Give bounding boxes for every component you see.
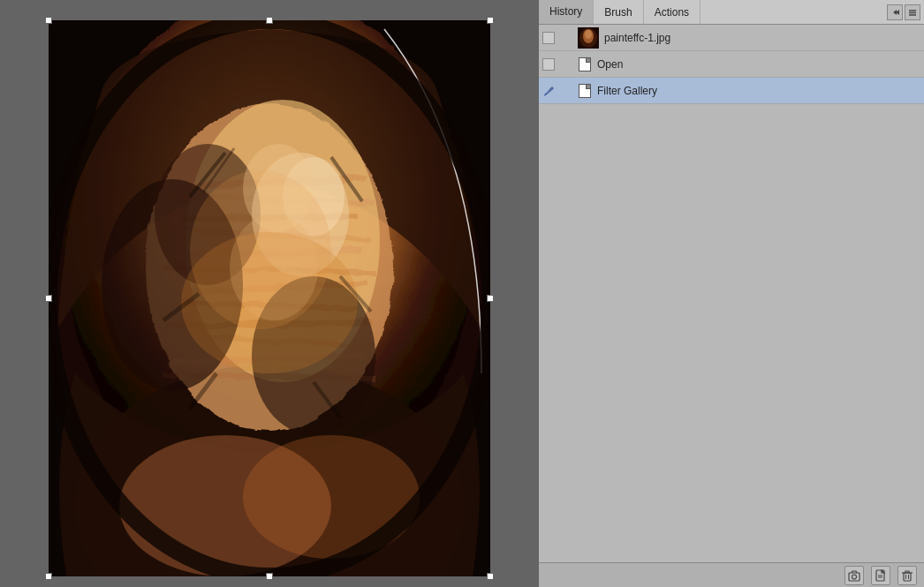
right-panel: History Brush Actions xyxy=(539,0,924,587)
history-item-snapshot[interactable]: painteffc-1.jpg xyxy=(539,25,924,51)
artwork-canvas xyxy=(49,20,490,576)
resize-handle-tr[interactable] xyxy=(487,17,494,24)
history-icon-open xyxy=(578,57,592,71)
camera-icon xyxy=(848,569,860,582)
history-list[interactable]: painteffc-1.jpg Open Filter Gallery xyxy=(539,25,924,562)
menu-icon xyxy=(908,8,917,17)
history-checkbox-open[interactable] xyxy=(542,58,555,71)
canvas-area xyxy=(0,0,539,587)
new-document-btn[interactable] xyxy=(871,566,890,585)
svg-point-47 xyxy=(585,30,592,39)
tab-controls xyxy=(887,0,924,24)
history-source-icon-open xyxy=(560,58,572,71)
resize-handle-bl[interactable] xyxy=(45,573,52,580)
history-item-filter-gallery[interactable]: Filter Gallery xyxy=(539,78,924,104)
history-source-icon-snapshot xyxy=(560,32,572,44)
tab-brush-label: Brush xyxy=(604,6,632,19)
new-snapshot-btn[interactable] xyxy=(844,566,864,585)
history-thumb xyxy=(578,27,599,49)
resize-handle-ml[interactable] xyxy=(45,295,52,302)
double-arrow-icon xyxy=(890,8,899,17)
painted-image xyxy=(49,20,490,576)
history-source-marker xyxy=(560,85,572,97)
image-container xyxy=(49,20,490,576)
trash-icon xyxy=(901,569,913,582)
resize-handle-br[interactable] xyxy=(487,573,494,580)
resize-handle-tl[interactable] xyxy=(45,17,52,24)
resize-handle-mr[interactable] xyxy=(487,295,494,302)
svg-rect-48 xyxy=(849,573,860,581)
resize-handle-bm[interactable] xyxy=(266,573,273,580)
history-item-open-label: Open xyxy=(597,58,920,71)
tab-actions-label: Actions xyxy=(655,6,689,19)
history-checkbox-snapshot[interactable] xyxy=(542,32,555,44)
panel-menu-btn[interactable] xyxy=(905,4,920,20)
doc-icon xyxy=(579,57,591,71)
history-item-open[interactable]: Open xyxy=(539,51,924,78)
panel-footer xyxy=(539,562,924,587)
panel-scroll-left-btn[interactable] xyxy=(887,4,903,20)
history-item-snapshot-label: painteffc-1.jpg xyxy=(604,32,920,44)
delete-state-btn[interactable] xyxy=(897,566,917,585)
history-item-filter-gallery-label: Filter Gallery xyxy=(597,85,920,97)
paintbrush-source-icon xyxy=(542,85,555,97)
tab-history[interactable]: History xyxy=(539,0,594,24)
tab-actions[interactable]: Actions xyxy=(644,0,701,24)
resize-handle-tm[interactable] xyxy=(266,17,273,24)
tab-history-label: History xyxy=(549,5,582,18)
filter-gallery-doc-icon xyxy=(579,84,591,98)
history-icon-filter-gallery xyxy=(578,84,592,98)
panel-header: History Brush Actions xyxy=(539,0,924,25)
svg-rect-53 xyxy=(904,573,911,581)
svg-point-49 xyxy=(852,575,857,579)
tab-brush[interactable]: Brush xyxy=(594,0,643,24)
new-doc-icon xyxy=(875,569,887,582)
